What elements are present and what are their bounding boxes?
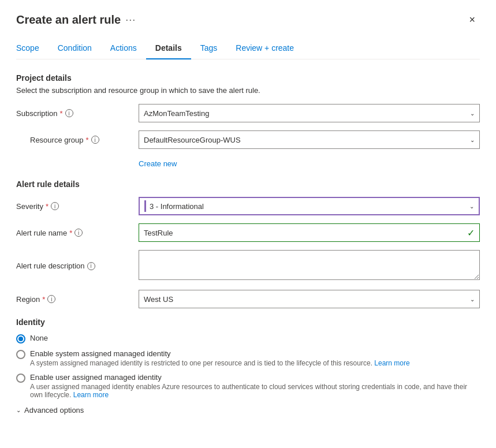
alert-rule-name-checkmark-icon: ✓: [467, 227, 475, 238]
severity-label: Severity * i: [16, 202, 132, 211]
identity-user-assigned-radio[interactable]: [16, 374, 25, 383]
resource-group-chevron-icon: ⌄: [470, 137, 475, 143]
create-new-link[interactable]: Create new: [139, 159, 177, 168]
severity-value: 3 - Informational: [150, 202, 204, 211]
resource-group-select[interactable]: DefaultResourceGroup-WUS ⌄: [139, 130, 480, 149]
advanced-options-chevron-icon: ⌄: [16, 407, 21, 413]
severity-bar-icon: [144, 200, 146, 212]
close-button[interactable]: ×: [464, 12, 480, 28]
subscription-select[interactable]: AzMonTeamTesting ⌄: [139, 104, 480, 122]
severity-chevron-icon: ⌄: [469, 203, 474, 210]
severity-select[interactable]: 3 - Informational ⌄: [139, 197, 480, 215]
identity-system-assigned-radio[interactable]: [16, 350, 25, 359]
alert-rule-name-control: TestRule ✓: [139, 223, 480, 242]
region-label-text: Region: [16, 295, 40, 304]
identity-none-label: None: [30, 334, 48, 342]
tab-condition[interactable]: Condition: [49, 38, 101, 59]
alert-rule-description-info-icon[interactable]: i: [87, 262, 95, 270]
severity-value-group: 3 - Informational: [144, 200, 204, 212]
dialog-title: Create an alert rule: [16, 13, 121, 27]
create-alert-rule-dialog: Create an alert rule ··· × Scope Conditi…: [0, 0, 496, 448]
title-group: Create an alert rule ···: [16, 13, 136, 27]
tab-review-create[interactable]: Review + create: [226, 38, 303, 59]
advanced-options-label: Advanced options: [24, 406, 84, 415]
tab-bar: Scope Condition Actions Details Tags Rev…: [16, 38, 480, 59]
alert-rule-details-section: Alert rule details Severity * i 3 - Info…: [16, 180, 480, 308]
alert-rule-name-required: *: [69, 229, 72, 237]
dialog-title-dots: ···: [125, 14, 136, 26]
alert-rule-name-label: Alert rule name * i: [16, 229, 132, 237]
tab-scope[interactable]: Scope: [16, 38, 49, 59]
dialog-header: Create an alert rule ··· ×: [16, 12, 480, 28]
alert-rule-name-value: TestRule: [144, 229, 173, 237]
subscription-value: AzMonTeamTesting: [144, 109, 209, 118]
alert-rule-details-title: Alert rule details: [16, 180, 480, 189]
subscription-control: AzMonTeamTesting ⌄: [139, 104, 480, 122]
severity-info-icon[interactable]: i: [51, 202, 59, 210]
subscription-info-icon[interactable]: i: [65, 109, 73, 117]
alert-rule-name-info-icon[interactable]: i: [74, 229, 83, 237]
alert-rule-description-label: Alert rule description i: [16, 262, 132, 270]
resource-group-info-icon[interactable]: i: [91, 136, 99, 144]
advanced-options-row[interactable]: ⌄ Advanced options: [16, 406, 480, 415]
identity-none-radio[interactable]: [16, 334, 25, 344]
severity-label-text: Severity: [16, 202, 43, 211]
alert-rule-description-row: Alert rule description i: [16, 250, 480, 282]
resource-group-row: Resource group * i DefaultResourceGroup-…: [16, 130, 480, 149]
identity-option-system-assigned: Enable system assigned managed identity …: [16, 349, 480, 367]
system-assigned-learn-more-link[interactable]: Learn more: [374, 359, 409, 367]
region-control: West US ⌄: [139, 290, 480, 308]
user-assigned-learn-more-link[interactable]: Learn more: [73, 391, 109, 399]
identity-section-title: Identity: [16, 318, 480, 327]
severity-row: Severity * i 3 - Informational ⌄: [16, 197, 480, 215]
subscription-label-text: Subscription: [16, 109, 58, 118]
alert-rule-name-label-text: Alert rule name: [16, 229, 67, 237]
project-details-desc: Select the subscription and resource gro…: [16, 86, 480, 95]
region-label: Region * i: [16, 295, 132, 304]
region-required: *: [42, 295, 45, 304]
project-details-section: Project details Select the subscription …: [16, 73, 480, 168]
resource-group-label: Resource group * i: [30, 136, 132, 144]
identity-section: Identity None Enable system assigned man…: [16, 318, 480, 399]
identity-user-assigned-sublabel: A user assigned managed identity enables…: [30, 383, 480, 399]
resource-group-value: DefaultResourceGroup-WUS: [144, 136, 241, 144]
resource-group-label-text: Resource group: [30, 136, 84, 144]
project-details-title: Project details: [16, 73, 480, 83]
identity-user-assigned-label: Enable user assigned managed identity: [30, 373, 480, 382]
region-row: Region * i West US ⌄: [16, 290, 480, 308]
region-value: West US: [144, 295, 173, 304]
identity-none-label-group: None: [30, 334, 48, 342]
identity-options: None Enable system assigned managed iden…: [16, 334, 480, 399]
identity-user-assigned-label-group: Enable user assigned managed identity A …: [30, 373, 480, 399]
subscription-required: *: [60, 109, 63, 118]
region-info-icon[interactable]: i: [47, 295, 55, 303]
identity-system-assigned-sublabel: A system assigned managed identity is re…: [30, 359, 410, 367]
resource-group-required: *: [86, 136, 89, 144]
tab-details[interactable]: Details: [146, 38, 191, 59]
identity-system-assigned-label: Enable system assigned managed identity: [30, 349, 410, 358]
alert-rule-description-control: [139, 250, 480, 282]
resource-group-control: DefaultResourceGroup-WUS ⌄: [139, 130, 480, 149]
region-select[interactable]: West US ⌄: [139, 290, 480, 308]
subscription-chevron-icon: ⌄: [470, 110, 475, 117]
identity-system-assigned-label-group: Enable system assigned managed identity …: [30, 349, 410, 367]
alert-rule-description-textarea[interactable]: [139, 250, 480, 280]
identity-option-user-assigned: Enable user assigned managed identity A …: [16, 373, 480, 399]
subscription-row: Subscription * i AzMonTeamTesting ⌄: [16, 104, 480, 122]
identity-option-none: None: [16, 334, 480, 344]
tab-actions[interactable]: Actions: [101, 38, 146, 59]
severity-required: *: [46, 202, 49, 211]
subscription-label: Subscription * i: [16, 109, 132, 118]
alert-rule-description-label-text: Alert rule description: [16, 262, 85, 270]
alert-rule-name-row: Alert rule name * i TestRule ✓: [16, 223, 480, 242]
alert-rule-name-input[interactable]: TestRule ✓: [139, 223, 480, 242]
tab-tags[interactable]: Tags: [191, 38, 227, 59]
severity-control: 3 - Informational ⌄: [139, 197, 480, 215]
region-chevron-icon: ⌄: [470, 296, 475, 303]
